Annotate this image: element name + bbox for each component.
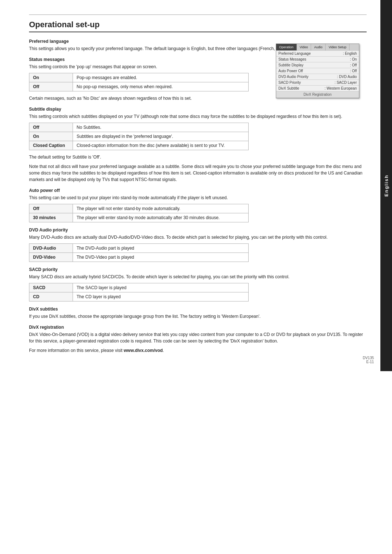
panel-row-auto-power-off: Auto Power Off : Off [276, 68, 359, 74]
section-desc-subtitle-display: This setting controls which subtitles di… [29, 113, 367, 120]
table-value: No pop-up messages, only menus when requ… [73, 82, 249, 91]
side-panel-container: Operation Video Audio Video Setup Prefer… [276, 44, 367, 98]
page-number: DV135 E-11 [363, 356, 374, 364]
table-key: 30 minutes [29, 213, 73, 222]
table-key: DVD-Video [29, 253, 73, 262]
panel-row-preferred-language: Preferred Language : English [276, 51, 359, 57]
panel-value-auto-power-off: : Off [350, 69, 357, 73]
table-row: DVD-Video The DVD-Video part is played [29, 253, 249, 262]
panel-value-status-messages: : On [350, 57, 357, 61]
nav-tabs: Operation Video Audio Video Setup [276, 44, 359, 51]
page-title: Operational set-up [29, 20, 367, 32]
table-value: The CD layer is played [73, 292, 249, 301]
status-messages-table: On Pop-up messages are enabled. Off No p… [29, 73, 249, 91]
vertical-sidebar: English [380, 0, 392, 371]
auto-power-off-table: Off The player will not enter stand-by m… [29, 204, 249, 222]
panel-value-dvd-audio-priority: : DVD Audio [337, 75, 357, 79]
panel-label-divx-subtitle: DivX Subtitle [278, 86, 324, 90]
table-value: Subtitles are displayed in the 'preferre… [73, 132, 249, 141]
table-value: The DVD-Audio part is played [73, 244, 249, 253]
table-key: On [29, 132, 73, 141]
page-number-product: DV135 [363, 356, 374, 360]
table-key: Off [29, 82, 73, 91]
panel-value-divx-subtitle: : Western European [324, 86, 357, 90]
panel-divider-divx-registration[interactable]: DivX Registration [276, 91, 359, 98]
section-title-sacd-priority: SACD priority [29, 267, 367, 272]
sacd-priority-table: SACD The SACD layer is played CD The CD … [29, 283, 249, 301]
table-key: DVD-Audio [29, 244, 73, 253]
table-row: 30 minutes The player will enter stand-b… [29, 213, 249, 222]
section-desc-divx-subtitles: If you use DivX subtitles, choose the ap… [29, 313, 367, 320]
section-title-dvd-audio-priority: DVD Audio priority [29, 227, 367, 233]
subtitle-display-table: Off No Subtitles. On Subtitles are displ… [29, 123, 249, 150]
panel-row-subtitle-display: Subtitle Display : Off [276, 62, 359, 68]
page-number-index: E-11 [363, 360, 374, 364]
subtitle-default-note: The default setting for Subtitle is 'Off… [29, 154, 367, 160]
table-value: No Subtitles. [73, 123, 249, 132]
table-value: Closed-caption information from the disc… [73, 141, 249, 150]
table-row: DVD-Audio The DVD-Audio part is played [29, 244, 249, 253]
nav-tab-video[interactable]: Video [297, 44, 311, 50]
section-auto-power-off: Auto power off This setting can be used … [29, 188, 367, 222]
panel-row-sacd-priority: SACD Priority : SACD Layer [276, 80, 359, 86]
side-panel: Operation Video Audio Video Setup Prefer… [276, 44, 359, 98]
subtitle-long-note: Note that not all discs will have your p… [29, 163, 367, 183]
section-desc-dvd-audio-priority: Many DVD-Audio discs are actually dual D… [29, 234, 367, 241]
section-desc-auto-power-off: This setting can be used to put your pla… [29, 194, 367, 201]
section-divx-subtitles: DivX subtitles If you use DivX subtitles… [29, 307, 367, 320]
panel-label-sacd-priority: SACD Priority [278, 81, 335, 85]
nav-tab-audio[interactable]: Audio [311, 44, 326, 50]
table-row: On Subtitles are displayed in the 'prefe… [29, 132, 249, 141]
divx-link: www.divx.com/vod [124, 348, 163, 353]
nav-tab-video-setup[interactable]: Video Setup [326, 44, 350, 50]
panel-row-status-messages: Status Messages : On [276, 57, 359, 62]
panel-value-preferred-language: : English [343, 52, 357, 56]
table-key: Off [29, 123, 73, 132]
table-key: SACD [29, 283, 73, 292]
vertical-label: English [384, 175, 389, 197]
panel-value-subtitle-display: : Off [350, 63, 357, 67]
table-row: On Pop-up messages are enabled. [29, 73, 249, 82]
section-desc-sacd-priority: Many SACD discs are actually hybrid SACD… [29, 274, 367, 280]
section-title-preferred-language: Preferred language [29, 39, 367, 44]
table-row: Off No pop-up messages, only menus when … [29, 82, 249, 91]
table-key: CD [29, 292, 73, 301]
table-value: The player will not enter stand-by mode … [73, 204, 249, 213]
table-value: Pop-up messages are enabled. [73, 73, 249, 82]
divx-registration-note: For more information on this service, pl… [29, 347, 367, 354]
dvd-audio-priority-table: DVD-Audio The DVD-Audio part is played D… [29, 243, 249, 262]
panel-row-dvd-audio-priority: DVD Audio Priority : DVD Audio [276, 74, 359, 80]
panel-label-dvd-audio-priority: DVD Audio Priority [278, 75, 337, 79]
table-row: CD The CD layer is played [29, 292, 249, 301]
section-title-auto-power-off: Auto power off [29, 188, 367, 193]
panel-label-status-messages: Status Messages [278, 57, 350, 61]
table-key: Off [29, 204, 73, 213]
section-divx-registration: DivX registration DivX Video-On-Demand (… [29, 325, 367, 354]
panel-label-subtitle-display: Subtitle Display [278, 63, 350, 67]
table-row: SACD The SACD layer is played [29, 283, 249, 292]
panel-label-auto-power-off: Auto Power Off [278, 69, 350, 73]
table-row: Off No Subtitles. [29, 123, 249, 132]
panel-label-preferred-language: Preferred Language [278, 52, 343, 56]
section-desc-divx-registration: DivX Video-On-Demand (VOD) is a digital … [29, 331, 367, 344]
table-value: The DVD-Video part is played [73, 253, 249, 262]
section-title-divx-registration: DivX registration [29, 325, 367, 330]
section-title-divx-subtitles: DivX subtitles [29, 307, 367, 312]
table-value: The player will enter stand-by mode auto… [73, 213, 249, 222]
table-value: The SACD layer is played [73, 283, 249, 292]
section-title-subtitle-display: Subtitle display [29, 107, 367, 112]
section-subtitle-display: Subtitle display This setting controls w… [29, 107, 367, 183]
section-dvd-audio-priority: DVD Audio priority Many DVD-Audio discs … [29, 227, 367, 262]
table-row: Closed Caption Closed-caption informatio… [29, 141, 249, 150]
table-row: Off The player will not enter stand-by m… [29, 204, 249, 213]
nav-tab-operation[interactable]: Operation [276, 44, 297, 50]
table-key: Closed Caption [29, 141, 73, 150]
panel-row-divx-subtitle: DivX Subtitle : Western European [276, 86, 359, 91]
table-key: On [29, 73, 73, 82]
section-sacd-priority: SACD priority Many SACD discs are actual… [29, 267, 367, 301]
panel-value-sacd-priority: : SACD Layer [335, 81, 357, 85]
